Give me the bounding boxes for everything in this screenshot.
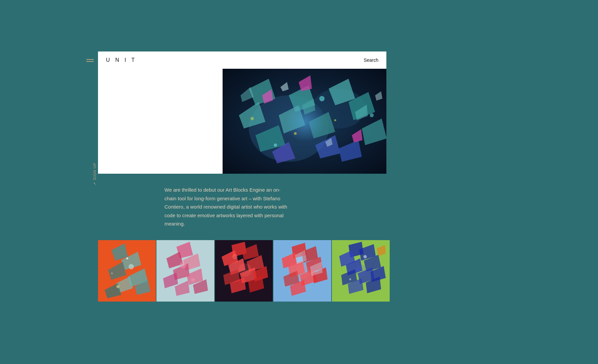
sign-up-link[interactable]: ↗ SIGN UP <box>92 163 97 185</box>
svg-point-91 <box>355 265 367 277</box>
nav-logo: U N I T <box>106 57 137 63</box>
navigation: U N I T Search <box>98 51 386 69</box>
svg-point-19 <box>274 143 277 147</box>
svg-point-18 <box>319 96 325 101</box>
sign-up-label: SIGN UP <box>93 163 97 180</box>
hero-section <box>98 69 386 174</box>
hamburger-line-1 <box>86 59 94 60</box>
svg-point-77 <box>295 264 310 279</box>
description-text: We are thrilled to debut our Art Blocks … <box>164 186 291 228</box>
gallery-section <box>98 240 386 302</box>
svg-point-42 <box>111 273 113 274</box>
gallery-item-2[interactable] <box>156 240 214 302</box>
search-button[interactable]: Search <box>364 57 378 63</box>
svg-point-93 <box>349 278 351 280</box>
svg-point-66 <box>232 254 238 259</box>
svg-point-41 <box>126 257 128 259</box>
description-section: We are thrilled to debut our Art Blocks … <box>98 174 386 240</box>
svg-point-92 <box>363 255 367 258</box>
svg-point-23 <box>250 117 254 120</box>
svg-point-40 <box>116 285 120 288</box>
svg-point-39 <box>129 264 134 269</box>
svg-point-52 <box>180 262 186 268</box>
gallery-item-5[interactable] <box>332 240 390 302</box>
hamburger-line-2 <box>86 61 94 62</box>
hero-image <box>223 69 386 174</box>
svg-point-20 <box>370 113 374 117</box>
hero-left <box>98 69 223 174</box>
svg-point-53 <box>191 278 195 282</box>
gallery-item-3[interactable] <box>215 240 273 302</box>
gallery-item-1[interactable] <box>98 240 156 302</box>
hamburger-menu[interactable] <box>86 59 94 62</box>
svg-point-65 <box>238 263 251 277</box>
svg-point-22 <box>334 119 336 121</box>
sign-up-arrow: ↗ <box>92 182 97 185</box>
main-card: U N I T Search <box>98 51 386 302</box>
gallery-item-4[interactable] <box>273 240 331 302</box>
